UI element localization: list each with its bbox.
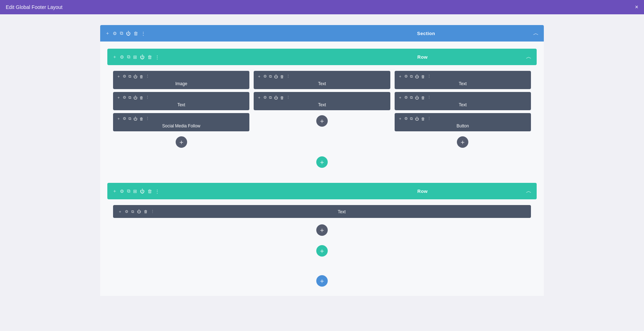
module-text-col3-2-label: Text (398, 102, 527, 107)
row2-delete-icon[interactable]: 🗑 (147, 189, 152, 194)
row2-add-icon[interactable]: ＋ (112, 188, 117, 194)
row2-add-module-button[interactable]: ＋ (316, 224, 328, 236)
mod-tc2-1-add-icon[interactable]: ＋ (257, 74, 261, 79)
mod-tc3-1-dup-icon[interactable]: ⧉ (410, 74, 413, 79)
mod-tc3-1-settings-icon[interactable]: ⚙ (404, 74, 408, 79)
module-button-col3: ＋ ⚙ ⧉ ⏻ 🗑 ⋮ Button (395, 113, 531, 131)
row2-power-icon[interactable]: ⏻ (140, 189, 145, 194)
mod-tc2-1-dup-icon[interactable]: ⧉ (269, 74, 272, 79)
mod-btn-delete-icon[interactable]: 🗑 (421, 117, 425, 121)
row2-grid-icon[interactable]: ⊞ (133, 189, 137, 194)
row-1-body: ＋ ⚙ ⧉ ⏻ 🗑 ⋮ Image (107, 65, 537, 177)
mod-tc1-power-icon[interactable]: ⏻ (133, 96, 137, 100)
module-btn-toolbar: ＋ ⚙ ⧉ ⏻ 🗑 ⋮ (398, 116, 527, 121)
mod-tc3-1-power-icon[interactable]: ⏻ (415, 74, 419, 79)
mod-tc1-delete-icon[interactable]: 🗑 (140, 96, 143, 100)
module-text-col3-1-label: Text (398, 81, 527, 86)
close-button[interactable]: × (635, 4, 638, 10)
mod-tc1-settings-icon[interactable]: ⚙ (123, 95, 126, 100)
module-text-row2: ＋ ⚙ ⧉ ⏻ 🗑 ⋮ Text (113, 205, 531, 218)
mod-tc3-2-more-icon[interactable]: ⋮ (427, 95, 431, 100)
row1-duplicate-icon[interactable]: ⧉ (127, 54, 130, 60)
row1-add-icon[interactable]: ＋ (112, 54, 117, 60)
mod-tc1-add-icon[interactable]: ＋ (117, 95, 121, 100)
section-duplicate-icon[interactable]: ⧉ (120, 30, 123, 36)
row2-more-icon[interactable]: ⋮ (155, 189, 160, 194)
row1-chevron-icon[interactable]: ︿ (526, 53, 532, 61)
section-more-icon[interactable]: ⋮ (141, 31, 146, 36)
column-3: ＋ ⚙ ⧉ ⏻ 🗑 ⋮ Text (395, 71, 531, 150)
mod-soc-delete-icon[interactable]: 🗑 (140, 117, 143, 121)
mod-tc2-1-settings-icon[interactable]: ⚙ (263, 74, 267, 79)
mod-tc3-2-dup-icon[interactable]: ⧉ (410, 95, 413, 100)
row1-more-icon[interactable]: ⋮ (155, 54, 160, 60)
mod-soc-settings-icon[interactable]: ⚙ (123, 116, 126, 121)
col2-add-button[interactable]: ＋ (316, 115, 328, 127)
mod-r2t-power-icon[interactable]: ⏻ (137, 209, 141, 214)
section-power-icon[interactable]: ⏻ (126, 31, 131, 36)
mod-btn-power-icon[interactable]: ⏻ (415, 117, 419, 121)
row-1-columns: ＋ ⚙ ⧉ ⏻ 🗑 ⋮ Image (113, 71, 531, 150)
mod-img-settings-icon[interactable]: ⚙ (123, 74, 126, 79)
mod-r2t-add-icon[interactable]: ＋ (118, 209, 122, 214)
module-tc2-1-toolbar: ＋ ⚙ ⧉ ⏻ 🗑 ⋮ (257, 74, 386, 79)
row1-add-new-row-button[interactable]: ＋ (316, 156, 328, 168)
mod-btn-settings-icon[interactable]: ⚙ (404, 116, 408, 121)
row-2-container: ＋ ⚙ ⧉ ⊞ ⏻ 🗑 ⋮ Row ︿ ＋ (107, 183, 537, 266)
mod-tc2-2-delete-icon[interactable]: 🗑 (280, 96, 284, 100)
row2-duplicate-icon[interactable]: ⧉ (127, 188, 130, 194)
section-toolbar: ＋ ⚙ ⧉ ⏻ 🗑 ⋮ (105, 30, 319, 36)
mod-soc-power-icon[interactable]: ⏻ (133, 117, 137, 121)
mod-tc3-1-add-icon[interactable]: ＋ (398, 74, 402, 79)
mod-btn-dup-icon[interactable]: ⧉ (410, 116, 413, 121)
mod-tc2-1-more-icon[interactable]: ⋮ (286, 74, 290, 79)
mod-tc1-dup-icon[interactable]: ⧉ (128, 95, 131, 100)
section-delete-icon[interactable]: 🗑 (133, 31, 138, 36)
mod-tc2-2-add-icon[interactable]: ＋ (257, 95, 261, 100)
mod-tc2-1-power-icon[interactable]: ⏻ (274, 74, 278, 79)
mod-r2t-dup-icon[interactable]: ⧉ (131, 209, 134, 214)
mod-img-add-icon[interactable]: ＋ (117, 74, 121, 79)
mod-tc3-1-delete-icon[interactable]: 🗑 (421, 74, 425, 79)
mod-btn-more-icon[interactable]: ⋮ (427, 116, 431, 121)
mod-r2t-more-icon[interactable]: ⋮ (151, 209, 155, 214)
section-label: Section (319, 31, 533, 36)
mod-soc-dup-icon[interactable]: ⧉ (128, 116, 131, 121)
mod-tc2-2-dup-icon[interactable]: ⧉ (269, 95, 272, 100)
mod-img-power-icon[interactable]: ⏻ (133, 74, 137, 79)
mod-tc3-1-more-icon[interactable]: ⋮ (427, 74, 431, 79)
mod-tc2-2-settings-icon[interactable]: ⚙ (263, 95, 267, 100)
module-tc3-1-toolbar: ＋ ⚙ ⧉ ⏻ 🗑 ⋮ (398, 74, 527, 79)
mod-tc3-2-delete-icon[interactable]: 🗑 (421, 96, 425, 100)
row2-add-new-row-button[interactable]: ＋ (316, 245, 328, 257)
mod-tc2-2-power-icon[interactable]: ⏻ (274, 96, 278, 100)
section-chevron-icon[interactable]: ︿ (533, 30, 539, 37)
col1-add-button[interactable]: ＋ (176, 136, 187, 148)
row2-chevron-icon[interactable]: ︿ (526, 188, 532, 195)
mod-tc2-1-delete-icon[interactable]: 🗑 (280, 74, 284, 79)
row1-delete-icon[interactable]: 🗑 (147, 54, 152, 60)
section-container: ＋ ⚙ ⧉ ⏻ 🗑 ⋮ Section ︿ ＋ ⚙ ⧉ ⊞ (100, 25, 544, 296)
mod-img-dup-icon[interactable]: ⧉ (128, 74, 131, 79)
mod-r2t-delete-icon[interactable]: 🗑 (144, 209, 148, 214)
row1-settings-icon[interactable]: ⚙ (120, 54, 124, 60)
mod-btn-add-icon[interactable]: ＋ (398, 116, 402, 121)
mod-tc3-2-power-icon[interactable]: ⏻ (415, 96, 419, 100)
col3-add-button[interactable]: ＋ (457, 136, 468, 148)
section-add-icon[interactable]: ＋ (105, 30, 110, 36)
section-settings-icon[interactable]: ⚙ (113, 31, 117, 36)
row2-settings-icon[interactable]: ⚙ (120, 189, 124, 194)
mod-tc3-2-add-icon[interactable]: ＋ (398, 95, 402, 100)
mod-soc-more-icon[interactable]: ⋮ (146, 116, 150, 121)
mod-img-more-icon[interactable]: ⋮ (146, 74, 150, 79)
row1-power-icon[interactable]: ⏻ (140, 54, 145, 60)
row1-grid-icon[interactable]: ⊞ (133, 54, 137, 60)
mod-r2t-settings-icon[interactable]: ⚙ (125, 209, 128, 214)
mod-img-delete-icon[interactable]: 🗑 (140, 74, 143, 79)
mod-tc1-more-icon[interactable]: ⋮ (146, 95, 150, 100)
add-section-button[interactable]: ＋ (316, 275, 328, 287)
mod-soc-add-icon[interactable]: ＋ (117, 116, 121, 121)
mod-tc3-2-settings-icon[interactable]: ⚙ (404, 95, 408, 100)
module-text-col1-1: ＋ ⚙ ⧉ ⏻ 🗑 ⋮ Text (113, 92, 249, 110)
mod-tc2-2-more-icon[interactable]: ⋮ (286, 95, 290, 100)
